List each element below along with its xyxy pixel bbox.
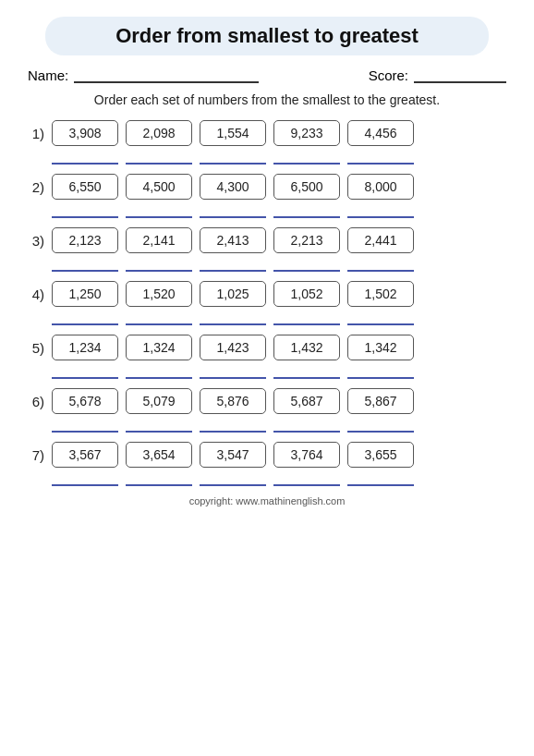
answer-line-7-3[interactable] [200,471,266,486]
number-boxes-5: 1,2341,3241,4231,4321,342 [52,335,516,360]
answer-line-4-3[interactable] [200,311,266,325]
answer-line-2-1[interactable] [52,203,118,218]
num-box-7-5: 3,655 [347,442,414,468]
num-box-3-5: 2,441 [347,227,414,253]
answer-line-5-3[interactable] [200,364,266,379]
answer-line-7-5[interactable] [347,471,414,486]
number-boxes-6: 5,6785,0795,8765,6875,867 [52,388,516,414]
answer-line-3-4[interactable] [273,257,340,272]
answer-line-3-1[interactable] [52,257,118,272]
num-box-1-4: 9,233 [273,120,340,146]
answer-row-6 [18,418,516,433]
number-boxes-4: 1,2501,5201,0251,0521,502 [52,281,516,307]
answer-row-5 [18,364,516,379]
answer-line-6-5[interactable] [347,418,414,433]
answer-line-1-4[interactable] [273,150,340,165]
answer-line-2-4[interactable] [273,203,340,218]
name-score-row: Name: Score: [18,67,516,83]
answer-line-3-3[interactable] [200,257,266,272]
score-underline[interactable] [414,67,506,83]
problem-row-7: 7)3,5673,6543,5473,7643,655 [18,442,516,468]
num-box-1-3: 1,554 [200,120,266,146]
answer-line-4-2[interactable] [126,311,192,325]
problem-section-1: 1)3,9082,0981,5549,2334,456 [18,120,516,165]
answer-line-5-1[interactable] [52,364,118,379]
answer-line-7-2[interactable] [126,471,192,486]
answer-row-4 [18,311,516,325]
num-box-5-4: 1,432 [273,335,340,360]
problem-row-6: 6)5,6785,0795,8765,6875,867 [18,388,516,414]
num-box-6-5: 5,867 [347,388,414,414]
num-box-7-4: 3,764 [273,442,340,468]
answer-line-5-2[interactable] [126,364,192,379]
problem-section-5: 5)1,2341,3241,4231,4321,342 [18,335,516,379]
num-box-7-2: 3,654 [126,442,192,468]
num-box-4-4: 1,052 [273,281,340,307]
answer-line-3-2[interactable] [126,257,192,272]
num-box-7-3: 3,547 [200,442,266,468]
answer-line-1-5[interactable] [347,150,414,165]
num-box-4-2: 1,520 [126,281,192,307]
answer-row-2 [18,203,516,218]
num-box-3-1: 2,123 [52,227,118,253]
num-box-2-1: 6,550 [52,174,118,200]
num-box-1-1: 3,908 [52,120,118,146]
problem-row-1: 1)3,9082,0981,5549,2334,456 [18,120,516,146]
name-field: Name: [28,67,259,83]
answer-line-5-4[interactable] [273,364,340,379]
problem-section-4: 4)1,2501,5201,0251,0521,502 [18,281,516,325]
num-box-2-2: 4,500 [126,174,192,200]
name-label: Name: [28,67,68,83]
problem-section-6: 6)5,6785,0795,8765,6875,867 [18,388,516,433]
problem-row-5: 5)1,2341,3241,4231,4321,342 [18,335,516,360]
problem-section-2: 2)6,5504,5004,3006,5008,000 [18,174,516,218]
num-box-6-2: 5,079 [126,388,192,414]
num-box-4-5: 1,502 [347,281,414,307]
answer-line-4-4[interactable] [273,311,340,325]
problem-num-4: 4) [18,287,44,302]
num-box-5-1: 1,234 [52,335,118,360]
answer-line-4-1[interactable] [52,311,118,325]
answer-line-6-2[interactable] [126,418,192,433]
problem-num-1: 1) [18,126,44,141]
answer-row-1 [18,150,516,165]
answer-row-3 [18,257,516,272]
num-box-7-1: 3,567 [52,442,118,468]
num-box-2-4: 6,500 [273,174,340,200]
answer-line-1-2[interactable] [126,150,192,165]
num-box-4-3: 1,025 [200,281,266,307]
answer-line-4-5[interactable] [347,311,414,325]
num-box-3-2: 2,141 [126,227,192,253]
problem-num-3: 3) [18,233,44,249]
score-field: Score: [369,67,506,83]
problems-container: 1)3,9082,0981,5549,2334,4562)6,5504,5004… [18,120,516,486]
number-boxes-2: 6,5504,5004,3006,5008,000 [52,174,516,200]
problem-section-3: 3)2,1232,1412,4132,2132,441 [18,227,516,272]
num-box-6-1: 5,678 [52,388,118,414]
name-underline[interactable] [74,67,259,83]
instruction-text: Order each set of numbers from the small… [18,92,516,107]
num-box-3-3: 2,413 [200,227,266,253]
answer-line-6-3[interactable] [200,418,266,433]
problem-section-7: 7)3,5673,6543,5473,7643,655 [18,442,516,486]
answer-line-5-5[interactable] [347,364,414,379]
num-box-1-2: 2,098 [126,120,192,146]
answer-line-7-4[interactable] [273,471,340,486]
answer-line-6-4[interactable] [273,418,340,433]
answer-line-2-3[interactable] [200,203,266,218]
answer-line-6-1[interactable] [52,418,118,433]
problem-num-7: 7) [18,447,44,463]
score-label: Score: [369,67,408,83]
answer-line-2-2[interactable] [126,203,192,218]
number-boxes-7: 3,5673,6543,5473,7643,655 [52,442,516,468]
answer-line-1-3[interactable] [200,150,266,165]
answer-line-7-1[interactable] [52,471,118,486]
page-title: Order from smallest to greatest [64,24,470,48]
num-box-6-3: 5,876 [200,388,266,414]
number-boxes-3: 2,1232,1412,4132,2132,441 [52,227,516,253]
answer-line-3-5[interactable] [347,257,414,272]
answer-line-2-5[interactable] [347,203,414,218]
num-box-5-2: 1,324 [126,335,192,360]
problem-num-5: 5) [18,340,44,356]
answer-line-1-1[interactable] [52,150,118,165]
